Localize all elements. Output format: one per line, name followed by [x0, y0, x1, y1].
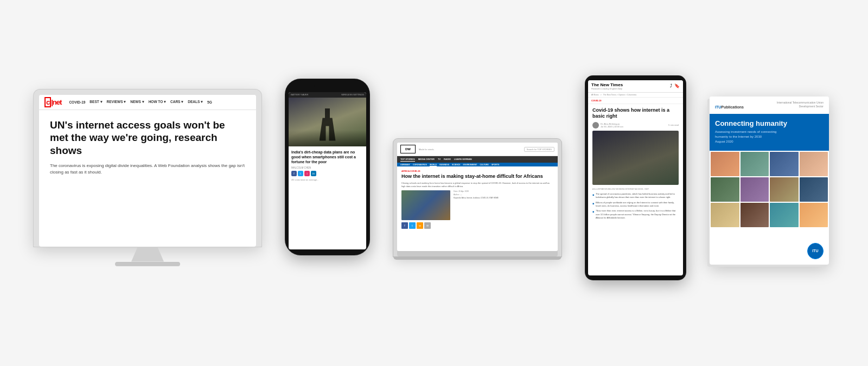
phone-social-icons: f t i in	[291, 171, 363, 176]
cnet-nav-5g[interactable]: 5G	[207, 100, 212, 104]
nt-author-row: Dr. Alius Birbiringua Jul 30, 2020 | 10:…	[592, 122, 679, 129]
dw-tab-media[interactable]: MEDIA CENTER	[418, 157, 435, 162]
dw-subtab-business[interactable]: BUSINESS	[439, 164, 449, 166]
dw-subtab-science[interactable]: SCIENCE	[452, 164, 461, 166]
nt-bullet-1-text: The spread of coronavirus pandemic, whic…	[596, 192, 679, 200]
dw-article-sidebar: Date: 26 Apr 2020 Author: — Keywords: Af…	[454, 190, 553, 220]
imac-stand	[131, 247, 164, 262]
dw-email-icon[interactable]: ✉	[424, 222, 431, 229]
cnet-headline: UN's internet access goals won't be met …	[50, 119, 245, 157]
itu-publisher-itu: ITU	[715, 105, 721, 109]
tablet-device: The New Times Rwanda's Leading English D…	[585, 76, 686, 280]
itu-publisher-pub: Publications	[721, 105, 744, 109]
dw-category-label: AFRICA COVID-19	[401, 170, 553, 172]
nt-publish-date: Jul 30, 2020 | 10:00 am	[601, 125, 623, 128]
dw-subtab-germany[interactable]: GERMANY	[400, 164, 410, 166]
phone-screen: BATTERY SAVER WIRELESS SETTINGS India's …	[289, 92, 366, 249]
dw-tab-top[interactable]: TOP STORIES	[400, 157, 415, 162]
nt-article-image	[592, 131, 679, 185]
dw-subtabs: GERMANY CORONAVIRUS WORLD BUSINESS SCIEN…	[397, 163, 558, 166]
cnet-nav-reviews[interactable]: REVIEWS ▾	[107, 100, 126, 104]
nt-breadcrumb-home[interactable]: All News	[591, 94, 599, 96]
nt-bullet-dot-3: ■	[592, 209, 594, 220]
twitter-icon[interactable]: t	[298, 171, 303, 176]
dw-subtab-culture[interactable]: CULTURE	[480, 164, 488, 166]
itu-blue-section: Connecting humanity Assessing investment…	[710, 114, 829, 151]
nt-nav-icons: ⤴ 🔖	[670, 84, 680, 88]
cnet-nav-howto[interactable]: HOW TO ▾	[149, 100, 166, 104]
instagram-icon[interactable]: i	[304, 171, 310, 176]
cnet-navbar: c|net COVID-19 BEST ▾ REVIEWS ▾ NEWS ▾ H…	[39, 95, 256, 110]
nt-bullet-3: ■ "Now more than ever, internet access i…	[592, 209, 679, 220]
phone-article-body: India's dirt-cheap data plans are no goo…	[289, 146, 366, 185]
cnet-nav-covid[interactable]: COVID-19	[69, 100, 85, 104]
cnet-logo: c|net	[44, 98, 61, 106]
itu-grid-cell-9	[711, 203, 739, 227]
laptop-screen: DW Made for minds. Search for TOP STORIE…	[397, 143, 558, 251]
dw-search[interactable]: Search for TOP STORIES	[524, 147, 554, 152]
tablet-screen: The New Times Rwanda's Leading English D…	[588, 80, 683, 275]
itu-grid-cell-6	[741, 177, 769, 202]
dw-whatsapp-icon[interactable]: w	[417, 222, 423, 229]
nt-bullet-2: ■ Billions of people worldwide are relyi…	[592, 201, 679, 208]
dw-twitter-icon[interactable]: t	[409, 222, 416, 229]
laptop-base	[393, 256, 561, 260]
itu-publication: ITUPublications International Telecommun…	[710, 97, 834, 265]
itu-publisher-name: ITUPublications	[715, 101, 744, 111]
cnet-article-body: UN's internet access goals won't be met …	[39, 110, 256, 184]
dw-tab-radio[interactable]: RADIO	[444, 157, 451, 162]
itu-book-subtitle: Assessing investment needs of connecting…	[715, 130, 824, 144]
nt-bullet-dot-2: ■	[592, 201, 594, 208]
itu-org-line1: International Telecommunication Union	[777, 101, 824, 105]
dw-article-body: AFRICA COVID-19 How the internet is maki…	[397, 166, 558, 232]
dw-logo: DW	[400, 145, 416, 153]
dw-social-bar: f t w ✉	[401, 222, 553, 229]
dw-tab-learn[interactable]: LEARN GERMAN	[454, 157, 472, 162]
nt-headline: Covid-19 shows how internet is a basic r…	[592, 107, 679, 120]
linkedin-icon[interactable]: in	[311, 171, 316, 176]
nt-bullet-1: ■ The spread of coronavirus pandemic, wh…	[592, 192, 679, 200]
cnet-nav-best[interactable]: BEST ▾	[90, 100, 102, 104]
dw-article-image	[401, 190, 450, 220]
nt-author-avatar	[592, 122, 599, 129]
cnet-nav-news[interactable]: NEWS ▾	[130, 100, 144, 104]
phone-article-text: 4G costs twice an average...	[291, 178, 363, 182]
nt-bookmark-icon[interactable]: 🔖	[674, 84, 680, 88]
dw-tabs: TOP STORIES MEDIA CENTER TV RADIO LEARN …	[397, 156, 558, 163]
cnet-nav-deals[interactable]: DEALS ▾	[188, 100, 203, 104]
dw-tab-tv[interactable]: TV	[438, 157, 441, 162]
itu-grid-cell-1	[711, 152, 739, 176]
phone-headline: India's dirt-cheap data plans are no goo…	[291, 150, 363, 164]
phone-device: BATTERY SAVER WIRELESS SETTINGS India's …	[285, 79, 369, 255]
itu-book-header: ITUPublications International Telecommun…	[710, 97, 829, 114]
nt-share-icon[interactable]: ⤴	[670, 84, 672, 88]
phone-status-bar: BATTERY SAVER WIRELESS SETTINGS	[289, 92, 366, 98]
itu-grid-cell-10	[741, 203, 769, 227]
phone-article-image	[289, 98, 366, 146]
image-overlay	[289, 130, 366, 146]
dw-facebook-icon[interactable]: f	[401, 222, 408, 229]
facebook-icon[interactable]: f	[291, 171, 297, 176]
itu-grid-cell-11	[770, 203, 799, 227]
dw-subtab-coronavirus[interactable]: CORONAVIRUS	[413, 164, 427, 166]
dw-subtab-world[interactable]: WORLD	[430, 164, 437, 166]
itu-grid-cell-8	[800, 177, 828, 202]
imac-base	[115, 262, 180, 266]
nt-author-info: Dr. Alius Birbiringua Jul 30, 2020 | 10:…	[601, 123, 623, 128]
dw-headline: How the internet is making stay-at-home …	[401, 174, 553, 180]
laptop-device: DW Made for minds. Search for TOP STORIE…	[393, 139, 561, 260]
cnet-nav-cars[interactable]: CARS ▾	[170, 100, 183, 104]
itu-grid-cell-12	[800, 203, 828, 227]
itu-grid-cell-5	[711, 177, 739, 202]
itu-publisher-label: ITUPublications	[715, 105, 744, 109]
dw-subtab-environment[interactable]: ENVIRONMENT	[463, 164, 477, 166]
nt-breadcrumb-section[interactable]: The New Times > Opinion > Columnists	[603, 94, 637, 96]
cnet-subtext: The coronavirus is exposing digital divi…	[50, 163, 245, 176]
nt-image-caption: A ILLUSTRATION BELOW SHOWING INTERNET AC…	[592, 188, 679, 190]
dw-subtab-sports[interactable]: SPORTS	[492, 164, 499, 166]
itu-book-cover: ITUPublications International Telecommun…	[710, 97, 829, 265]
itu-badge: ITU	[807, 243, 824, 259]
imac-device: c|net COVID-19 BEST ▾ REVIEWS ▾ NEWS ▾ H…	[34, 89, 261, 266]
itu-subtitle-line1: Assessing investment needs of connecting	[715, 130, 824, 134]
itu-subtitle-line3: August 2020	[715, 139, 824, 144]
